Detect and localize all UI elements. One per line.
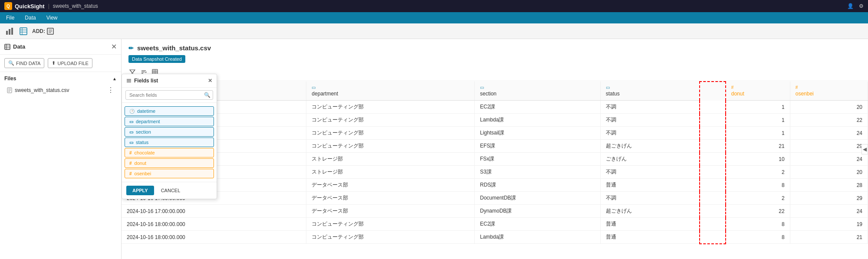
field-name-section: section xyxy=(136,129,151,134)
field-item-status[interactable]: ▭ status xyxy=(125,138,214,147)
table-cell: 不調 xyxy=(600,192,700,205)
table-row: 2024-10-16 18:00:00.000コンピューティング部Lambda課… xyxy=(122,231,868,244)
table-cell: Lambda課 xyxy=(474,231,600,244)
fields-overlay-header: Fields list ✕ xyxy=(122,74,217,88)
table-row: 2024-10-16 17:00:00.000データベース部DocumentDB… xyxy=(122,192,868,205)
cancel-button[interactable]: CANCEL xyxy=(158,186,184,195)
table-cell-highlight xyxy=(700,127,726,140)
field-item-chocolate[interactable]: # chocolate xyxy=(125,148,214,157)
table-row: 2024-10-16 17:00:00.000コンピューティング部EC2課不調1… xyxy=(122,101,868,114)
table-cell: 超ごきげん xyxy=(600,140,700,153)
table-cell-highlight xyxy=(700,114,726,127)
table-row: 2024-10-16 17:00:00.000コンピューティング部Lightsa… xyxy=(122,127,868,140)
table-cell: Lightsail課 xyxy=(474,127,600,140)
fields-actions: APPLY CANCEL xyxy=(122,182,217,199)
field-item-datetime[interactable]: 🕐 datetime xyxy=(125,106,214,116)
table-cell: コンピューティング部 xyxy=(306,114,475,127)
table-row: 2024-10-16 17:00:00.000データベース部DynamoDB課超… xyxy=(122,205,868,218)
content-title: sweets_with_status.csv xyxy=(137,44,211,52)
table-cell: 10 xyxy=(726,153,790,166)
collapse-panel-btn[interactable]: ◀ xyxy=(861,144,868,154)
table-cell: 24 xyxy=(790,127,868,140)
svg-rect-0 xyxy=(6,31,8,35)
files-section: Files sweets_with_status.csv ⋮ xyxy=(0,72,121,99)
table-cell: EC2課 xyxy=(474,101,600,114)
field-numeric-icon-choc: # xyxy=(129,151,132,155)
files-collapse-icon[interactable] xyxy=(112,75,117,82)
field-name-status: status xyxy=(136,140,148,145)
table-body: 2024-10-16 17:00:00.000コンピューティング部EC2課不調1… xyxy=(122,101,868,244)
table-cell: 19 xyxy=(790,218,868,231)
top-icon-settings[interactable]: ⚙ xyxy=(859,3,864,9)
table-cell-highlight xyxy=(700,140,726,153)
table-cell: 普通 xyxy=(600,218,700,231)
top-icon-user[interactable]: 👤 xyxy=(847,3,854,9)
fields-close-btn[interactable]: ✕ xyxy=(208,78,212,84)
toolbar-icon-table[interactable] xyxy=(18,26,29,36)
table-cell: 24 xyxy=(790,205,868,218)
table-cell: EFS課 xyxy=(474,140,600,153)
files-header: Files xyxy=(4,75,117,82)
table-cell: 1 xyxy=(726,114,790,127)
table-cell: 2024-10-16 18:00:00.000 xyxy=(122,218,306,231)
data-table: 🕐 datetime ▭ department xyxy=(122,81,868,244)
field-item-donut[interactable]: # donut xyxy=(125,158,214,168)
apply-button[interactable]: APPLY xyxy=(126,186,154,195)
file-menu-icon[interactable]: ⋮ xyxy=(107,86,114,94)
col-label-osenbei: osenbei xyxy=(796,91,862,97)
table-cell: DynamoDB課 xyxy=(474,205,600,218)
table-cell: 8 xyxy=(726,179,790,192)
panel-actions: 🔍 FIND DATA ⬆ UPLOAD FILE xyxy=(0,55,121,72)
menu-data[interactable]: Data xyxy=(23,14,37,22)
field-string-icon-dept: ▭ xyxy=(129,119,133,124)
upload-file-btn[interactable]: ⬆ UPLOAD FILE xyxy=(48,58,92,68)
table-container[interactable]: 🕐 datetime ▭ department xyxy=(122,81,868,259)
toolbar-add-btn[interactable]: ADD: xyxy=(32,28,54,35)
col-header-section: ▭ section xyxy=(474,82,600,101)
fields-search-input[interactable] xyxy=(125,90,213,100)
field-item-osenbei[interactable]: # osenbei xyxy=(125,169,214,178)
field-name-chocolate: chocolate xyxy=(135,150,155,155)
col-icon-status: ▭ xyxy=(606,85,694,90)
table-cell: 29 xyxy=(790,140,868,153)
field-item-section[interactable]: ▭ section xyxy=(125,127,214,137)
table-cell: コンピューティング部 xyxy=(306,127,475,140)
table-cell-highlight xyxy=(700,218,726,231)
panel-close-btn[interactable]: ✕ xyxy=(111,43,117,51)
find-data-icon: 🔍 xyxy=(8,60,14,66)
top-file-name: sweets_with_status xyxy=(53,3,98,9)
right-content: ✏ sweets_with_status.csv Data Snapshot C… xyxy=(122,39,868,259)
panel-data-icon xyxy=(4,44,10,50)
col-header-empty xyxy=(700,82,726,101)
table-cell: 8 xyxy=(726,231,790,244)
table-cell: 2 xyxy=(726,166,790,179)
app-logo: Q QuickSight xyxy=(4,2,45,10)
menu-view[interactable]: View xyxy=(45,14,59,22)
top-bar: Q QuickSight | sweets_with_status 👤 ⚙ xyxy=(0,0,868,12)
table-cell-highlight xyxy=(700,205,726,218)
table-cell: データベース部 xyxy=(306,205,475,218)
menu-file[interactable]: File xyxy=(4,14,16,22)
table-cell: コンピューティング部 xyxy=(306,218,475,231)
toolbar: ADD: xyxy=(0,23,868,39)
toolbar-icon-diagram[interactable] xyxy=(4,26,15,36)
table-cell-highlight xyxy=(700,166,726,179)
edit-icon[interactable]: ✏ xyxy=(128,45,134,52)
table-cell: 28 xyxy=(790,179,868,192)
field-string-icon-status: ▭ xyxy=(129,140,133,145)
table-cell-highlight xyxy=(700,101,726,114)
col-label-department: department xyxy=(312,91,469,97)
table-row: 2024-10-16 17:00:00.000データベース部RDS課普通828 xyxy=(122,179,868,192)
col-label-section: section xyxy=(480,91,595,97)
panel-title: Data xyxy=(4,43,25,50)
table-cell: Lambda課 xyxy=(474,114,600,127)
app-name: QuickSight xyxy=(15,3,45,10)
table-cell: 1 xyxy=(726,101,790,114)
content-toolbar xyxy=(128,68,861,77)
table-cell: 24 xyxy=(790,153,868,166)
find-data-btn[interactable]: 🔍 FIND DATA xyxy=(4,58,44,68)
table-cell: 22 xyxy=(790,114,868,127)
field-item-department[interactable]: ▭ department xyxy=(125,117,214,126)
file-item[interactable]: sweets_with_status.csv ⋮ xyxy=(4,84,117,96)
table-cell: 2024-10-16 18:00:00.000 xyxy=(122,231,306,244)
